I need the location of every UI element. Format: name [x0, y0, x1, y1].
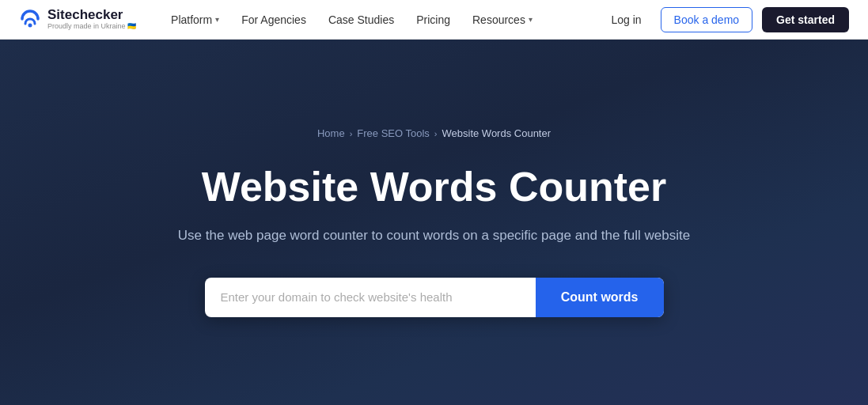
logo-icon	[19, 8, 41, 30]
domain-input[interactable]	[205, 278, 536, 317]
chevron-down-icon-2: ▾	[529, 15, 533, 24]
chevron-down-icon: ▾	[215, 15, 219, 24]
hero-section: Home › Free SEO Tools › Website Words Co…	[0, 40, 868, 405]
nav-case-studies[interactable]: Case Studies	[319, 9, 404, 31]
breadcrumb-sep-2: ›	[434, 129, 438, 138]
nav-actions: Log in Book a demo Get started	[601, 7, 849, 32]
logo[interactable]: Sitechecker Proudly made in Ukraine 🇺🇦	[19, 8, 136, 31]
get-started-button[interactable]: Get started	[762, 7, 849, 32]
logo-text: Sitechecker Proudly made in Ukraine 🇺🇦	[47, 8, 136, 31]
login-button[interactable]: Log in	[601, 9, 650, 31]
hero-subtitle: Use the web page word counter to count w…	[178, 225, 690, 246]
breadcrumb-sep-1: ›	[350, 129, 353, 138]
nav-platform[interactable]: Platform ▾	[161, 9, 229, 31]
nav-agencies[interactable]: For Agencies	[232, 9, 316, 31]
breadcrumb-seo-tools[interactable]: Free SEO Tools	[357, 127, 430, 139]
search-bar: Count words	[205, 278, 664, 317]
nav-resources[interactable]: Resources ▾	[463, 9, 542, 31]
count-words-button[interactable]: Count words	[536, 278, 664, 317]
breadcrumb: Home › Free SEO Tools › Website Words Co…	[317, 127, 551, 139]
nav-links: Platform ▾ For Agencies Case Studies Pri…	[161, 9, 601, 31]
breadcrumb-home[interactable]: Home	[317, 127, 345, 139]
svg-point-0	[28, 24, 32, 28]
book-demo-button[interactable]: Book a demo	[661, 7, 753, 32]
breadcrumb-current: Website Words Counter	[442, 127, 552, 139]
nav-pricing[interactable]: Pricing	[407, 9, 460, 31]
navbar: Sitechecker Proudly made in Ukraine 🇺🇦 P…	[0, 0, 868, 40]
page-title: Website Words Counter	[202, 165, 666, 210]
